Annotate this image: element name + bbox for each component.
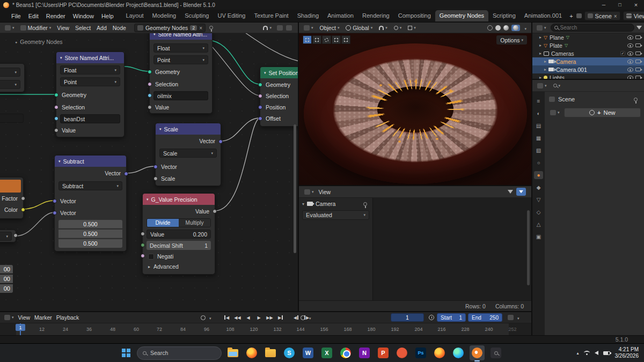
tab-object[interactable]: ◆ [534, 183, 543, 191]
outliner-search[interactable] [551, 24, 634, 32]
view-menu[interactable]: View [16, 313, 33, 322]
current-frame-field[interactable]: 1 [391, 313, 424, 322]
selection-socket[interactable] [258, 94, 262, 98]
vector-x-field[interactable]: 0.500 [58, 220, 122, 228]
frame-ruler[interactable]: 1 12 24 36 48 60 72 84 96 108 120 132 14… [0, 323, 531, 335]
negate-socket[interactable] [141, 254, 145, 258]
editor-type-dropdown[interactable] [535, 82, 549, 90]
user-count-badge[interactable]: 2 [190, 25, 197, 31]
node-partial-dropdown[interactable] [0, 230, 16, 242]
node-set-position[interactable]: Set Position Geometry Selection Position… [260, 67, 299, 127]
menu-edit[interactable]: Edit [25, 13, 42, 19]
arrange-icon[interactable] [286, 25, 292, 31]
select-box-tool-button[interactable] [312, 35, 321, 44]
outliner-row-camera-001[interactable]: ▸ Camera.001 [532, 65, 644, 73]
marker-menu[interactable]: Marker [32, 313, 54, 322]
shading-material-icon[interactable] [503, 25, 509, 31]
taskbar-app-folder[interactable] [263, 345, 278, 360]
value-field[interactable]: 00 [0, 265, 13, 274]
jump-to-start-button[interactable]: ◀ [222, 313, 232, 322]
render-visibility-icon[interactable] [635, 35, 641, 39]
value-socket[interactable] [54, 128, 58, 132]
geometry-socket[interactable] [258, 83, 262, 87]
collection-checkbox[interactable]: ✓ [620, 51, 625, 56]
expand-icon[interactable]: ▸ [539, 75, 541, 79]
node-header[interactable]: Store Named Attri... [56, 52, 124, 63]
color-swatch[interactable] [0, 180, 21, 193]
display-mode-dropdown[interactable] [535, 24, 548, 32]
dropdown[interactable] [0, 68, 20, 77]
render-visibility-icon[interactable] [635, 60, 641, 63]
expand-icon[interactable]: ▸ [544, 67, 546, 72]
tab-tool[interactable]: ≡ [534, 97, 543, 105]
pin-icon[interactable] [634, 98, 638, 101]
outliner-row-plate[interactable]: ▸ ▽ Plate ▽ [532, 41, 644, 49]
expand-icon[interactable]: ▸ [539, 43, 541, 48]
advanced-expander[interactable]: Advanced [143, 262, 215, 271]
node-store-named-attribute-1[interactable]: Store Named Attri... Float Point Geometr… [56, 51, 125, 137]
menu-node[interactable]: Node [111, 24, 128, 32]
outliner-row-cameras-collection[interactable]: ▸ Cameras ✓ [532, 49, 644, 57]
scene-selector[interactable]: Scene [584, 11, 620, 20]
taskbar-app-onenote[interactable]: N [357, 345, 372, 360]
divide-button[interactable]: Divide [147, 219, 179, 227]
value-input-socket[interactable] [141, 232, 145, 236]
outliner-row-plane[interactable]: ▸ ▽ Plane ▽ [532, 33, 644, 41]
prev-keyframe-button[interactable]: ◀◀ [232, 313, 243, 322]
minimize-button[interactable]: ─ [596, 0, 612, 10]
pivot-dropdown[interactable] [392, 24, 404, 32]
tab-output[interactable]: ▤ [534, 122, 543, 130]
scale-input-socket[interactable] [153, 176, 158, 181]
editor-type-dropdown[interactable] [302, 24, 316, 32]
snapping-dropdown[interactable] [261, 24, 274, 32]
play-button[interactable]: ▶ [254, 313, 264, 322]
rendered-view[interactable]: Options [299, 33, 531, 185]
taskbar-app-skype[interactable]: S [282, 345, 297, 360]
vector-input-2-socket[interactable] [53, 211, 57, 215]
taskbar-app-file-explorer[interactable] [225, 345, 240, 360]
outliner-row-camera-active[interactable]: ▸ Camera [532, 57, 644, 65]
expand-icon[interactable]: ▸ [539, 51, 541, 56]
evaluation-state-dropdown[interactable]: Evaluated [302, 210, 369, 220]
tab-geometry-nodes[interactable]: Geometry Nodes [435, 10, 488, 21]
sync-dropdown[interactable] [308, 314, 311, 321]
end-frame-field[interactable]: End 250 [468, 313, 502, 322]
selection-socket[interactable] [148, 82, 152, 86]
select-circle-tool-button[interactable] [322, 35, 331, 44]
sync-toggle[interactable] [301, 315, 305, 320]
maximize-button[interactable]: □ [612, 0, 628, 10]
tab-texture-paint[interactable]: Texture Paint [250, 10, 292, 21]
keying-set-icon[interactable] [508, 315, 514, 320]
hide-eye-icon[interactable] [627, 51, 633, 56]
taskbar-app-powerpoint[interactable]: P [376, 345, 391, 360]
node-header[interactable]: Subtract [55, 156, 126, 167]
taskbar-app-edge[interactable] [451, 345, 466, 360]
attribute-name-field[interactable]: oilmix [153, 91, 208, 100]
hide-eye-icon[interactable] [627, 68, 633, 72]
geometry-socket[interactable] [54, 93, 58, 97]
outliner-row-lights-collection[interactable]: ▸ Lights [532, 73, 644, 79]
cursor-tool-button[interactable] [341, 35, 350, 44]
menu-window[interactable]: Window [69, 13, 98, 19]
mode-dropdown[interactable]: Object [318, 24, 342, 32]
node-store-named-attribute-2[interactable]: Store Named Attri... Float Point Geometr… [149, 28, 213, 114]
editor-type-dropdown[interactable] [3, 24, 17, 32]
playback-menu[interactable]: Playback [54, 313, 82, 322]
hide-eye-icon[interactable] [627, 43, 633, 48]
shading-solid-icon[interactable] [495, 25, 501, 31]
close-button[interactable]: × [628, 0, 644, 10]
operation-dropdown[interactable]: Subtract [58, 181, 122, 190]
menu-add[interactable]: Add [94, 24, 109, 32]
node-editor-scrollbar[interactable] [294, 124, 296, 253]
value-field[interactable]: Value 0.200 [147, 230, 211, 239]
menu-select[interactable]: Select [73, 24, 93, 32]
expand-icon[interactable]: ▸ [539, 35, 541, 40]
play-reverse-button[interactable]: ◀ [243, 313, 253, 322]
browse-world-dropdown[interactable] [548, 108, 562, 117]
domain-dropdown[interactable]: Point [60, 77, 120, 86]
tab-modeling[interactable]: Modeling [148, 10, 181, 21]
color-socket[interactable] [21, 208, 25, 212]
negate-checkbox[interactable] [148, 254, 154, 260]
wifi-icon[interactable] [584, 351, 590, 355]
orientation-dropdown[interactable]: Global [343, 24, 375, 32]
